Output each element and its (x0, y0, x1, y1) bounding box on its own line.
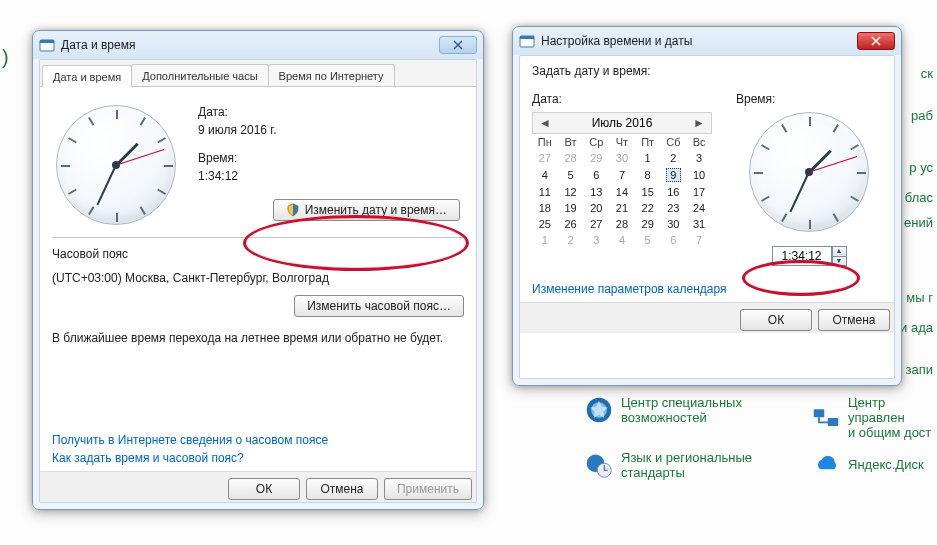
date-label: Дата: (198, 105, 460, 119)
calendar-day[interactable]: 22 (635, 200, 661, 216)
calendar-day[interactable]: 3 (686, 150, 712, 166)
calendar-day[interactable]: 6 (583, 166, 609, 184)
datetime-icon (519, 33, 535, 49)
calendar-day[interactable]: 7 (609, 166, 635, 184)
analog-clock (749, 112, 869, 232)
apply-button[interactable]: Применить (384, 478, 472, 500)
bg-frag: мы г (906, 290, 933, 305)
bg-frag: р ус (909, 160, 933, 175)
cloud-icon (812, 450, 840, 478)
tab-internet-time[interactable]: Время по Интернету (268, 64, 395, 86)
calendar-day[interactable]: 3 (583, 232, 609, 248)
calendar-day[interactable]: 14 (609, 184, 635, 200)
calendar-day[interactable]: 21 (609, 200, 635, 216)
calendar-day[interactable]: 1 (532, 232, 558, 248)
link-howto[interactable]: Как задать время и часовой пояс? (52, 451, 244, 465)
calendar-day[interactable]: 17 (686, 184, 712, 200)
bg-yandex-disk[interactable]: Яндекс.Диск (812, 450, 924, 478)
date-value: 9 июля 2016 г. (198, 123, 460, 137)
calendar-day[interactable]: 23 (661, 200, 687, 216)
dialog-set-date-time: Настройка времени и даты Задать дату и в… (512, 26, 902, 386)
calendar-grid[interactable]: ПнВтСрЧтПтСбВс 2728293012345678910111213… (532, 134, 712, 248)
titlebar[interactable]: Дата и время (33, 31, 483, 59)
time-spin-down[interactable]: ▼ (832, 256, 847, 266)
calendar-day[interactable]: 16 (661, 184, 687, 200)
calendar-day[interactable]: 25 (532, 216, 558, 232)
calendar-day[interactable]: 19 (558, 200, 584, 216)
calendar-day[interactable]: 1 (635, 150, 661, 166)
time-label: Время: (198, 151, 460, 165)
bg-accessibility[interactable]: Центр специальныхвозможностей (585, 395, 742, 425)
calendar: ◄ Июль 2016 ► ПнВтСрЧтПтСбВс 27282930123… (532, 112, 712, 248)
calendar-day[interactable]: 15 (635, 184, 661, 200)
change-timezone-button[interactable]: Изменить часовой пояс… (294, 295, 464, 317)
link-calendar-settings[interactable]: Изменение параметров календаря (532, 282, 727, 296)
bg-frag: блас (905, 190, 933, 205)
timezone-value: (UTC+03:00) Москва, Санкт-Петербург, Вол… (52, 271, 464, 285)
tabstrip: Дата и время Дополнительные часы Время п… (40, 60, 476, 87)
network-icon (812, 404, 840, 432)
svg-rect-9 (520, 36, 534, 39)
ok-button[interactable]: ОК (740, 309, 812, 331)
calendar-day[interactable]: 8 (635, 166, 661, 184)
calendar-day[interactable]: 18 (532, 200, 558, 216)
calendar-day[interactable]: 26 (558, 216, 584, 232)
date-label: Дата: (532, 92, 712, 106)
calendar-day[interactable]: 6 (661, 232, 687, 248)
tab-additional-clocks[interactable]: Дополнительные часы (131, 64, 268, 86)
calendar-day[interactable]: 4 (532, 166, 558, 184)
globe-clock-icon (585, 451, 613, 479)
svg-rect-4 (814, 409, 825, 417)
datetime-icon (39, 37, 55, 53)
prev-month-button[interactable]: ◄ (538, 116, 552, 130)
calendar-title[interactable]: Июль 2016 (592, 116, 653, 130)
accessibility-icon (585, 396, 613, 424)
calendar-day[interactable]: 30 (609, 150, 635, 166)
shield-icon (286, 203, 300, 217)
bg-frag: ений (904, 215, 933, 230)
calendar-day[interactable]: 28 (558, 150, 584, 166)
time-input[interactable] (772, 246, 832, 266)
titlebar[interactable]: Настройка времени и даты (513, 27, 901, 55)
calendar-day[interactable]: 29 (583, 150, 609, 166)
time-spin-up[interactable]: ▲ (832, 246, 847, 256)
calendar-day[interactable]: 7 (686, 232, 712, 248)
bg-frag: запи (906, 362, 934, 377)
bg-frag: ск (921, 66, 933, 81)
close-button[interactable] (439, 36, 477, 54)
dst-info: В ближайшее время перехода на летнее вре… (52, 331, 464, 345)
calendar-day[interactable]: 20 (583, 200, 609, 216)
bg-paren: ) (2, 46, 9, 69)
calendar-day[interactable]: 30 (661, 216, 687, 232)
tab-date-time[interactable]: Дата и время (42, 65, 132, 87)
calendar-day[interactable]: 27 (583, 216, 609, 232)
calendar-day[interactable]: 28 (609, 216, 635, 232)
cancel-button[interactable]: Отмена (818, 309, 890, 331)
calendar-day[interactable]: 9 (661, 166, 687, 184)
calendar-day[interactable]: 2 (661, 150, 687, 166)
calendar-day[interactable]: 29 (635, 216, 661, 232)
time-value: 1:34:12 (198, 169, 460, 183)
close-button[interactable] (857, 32, 895, 50)
calendar-day[interactable]: 2 (558, 232, 584, 248)
ok-button[interactable]: ОК (228, 478, 300, 500)
bg-language[interactable]: Язык и региональныестандарты (585, 450, 752, 480)
calendar-day[interactable]: 27 (532, 150, 558, 166)
calendar-day[interactable]: 5 (635, 232, 661, 248)
calendar-day[interactable]: 11 (532, 184, 558, 200)
next-month-button[interactable]: ► (692, 116, 706, 130)
calendar-day[interactable]: 5 (558, 166, 584, 184)
link-tz-info[interactable]: Получить в Интернете сведения о часовом … (52, 433, 328, 447)
calendar-day[interactable]: 12 (558, 184, 584, 200)
cancel-button[interactable]: Отмена (306, 478, 378, 500)
calendar-day[interactable]: 10 (686, 166, 712, 184)
calendar-day[interactable]: 13 (583, 184, 609, 200)
bg-management[interactable]: Центр управлени общим дост (812, 395, 937, 440)
set-heading: Задать дату и время: (532, 64, 882, 78)
calendar-day[interactable]: 4 (609, 232, 635, 248)
dialog-date-time: Дата и время Дата и время Дополнительные… (32, 30, 484, 510)
change-date-time-button[interactable]: Изменить дату и время… (273, 199, 460, 221)
bg-frag: раб (911, 108, 933, 123)
calendar-day[interactable]: 24 (686, 200, 712, 216)
calendar-day[interactable]: 31 (686, 216, 712, 232)
